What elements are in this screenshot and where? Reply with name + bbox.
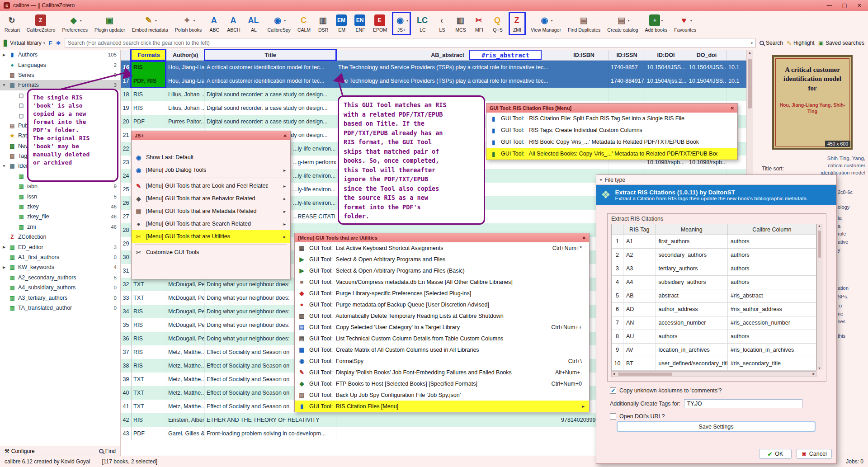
meaning-cell[interactable]: user_defined/secondary_title: [656, 357, 728, 370]
search-input[interactable]: [68, 40, 748, 46]
toolbar-zmi[interactable]: Z ZMI: [509, 12, 526, 35]
toolbar-favourites[interactable]: ♥ ▾ Favourites: [672, 12, 698, 35]
calibre-column-cell[interactable]: #ris_location_in_archives: [728, 344, 816, 357]
sidebar-item-authors[interactable]: ▶ ▮ Authors 105: [0, 50, 120, 60]
ok-button[interactable]: ✔ OK: [759, 449, 792, 459]
cell-formats[interactable]: RIS: [132, 101, 166, 115]
cell-do-doi[interactable]: 10.1504/IJSS...: [687, 61, 726, 74]
cell-formats[interactable]: RIS: [132, 345, 166, 359]
cell-title[interactable]: ETHER AND THE THEORY OF RELATIVITY: [205, 413, 336, 427]
sidebar-item-series[interactable]: ▤ Series 0: [0, 70, 120, 80]
close-icon[interactable]: ✕: [283, 133, 287, 138]
meaning-cell[interactable]: authors: [656, 330, 728, 343]
ris-tag-cell[interactable]: BT: [623, 357, 656, 370]
toolbar-add-books[interactable]: + ▾ Add books: [643, 12, 670, 35]
toolbar-calibrespy[interactable]: ◉ ▾ CalibreSpy: [266, 12, 292, 35]
dropdown-caret-icon[interactable]: ▾: [155, 19, 157, 23]
sidebar-item[interactable]: ▥ issn 5: [0, 191, 120, 201]
toolbar-mfi[interactable]: ✂ MFI: [472, 12, 487, 35]
scrollbar-thumb[interactable]: [818, 231, 821, 258]
cell-extra[interactable]: 10.1: [726, 61, 746, 74]
search-options-gear-icon[interactable]: ✱: [56, 40, 61, 47]
sidebar-item[interactable]: ▥ isbn 9: [0, 181, 120, 191]
menu-item[interactable]: ▶ GUI Tool: Select & Open Arbitrary Prog…: [295, 254, 589, 265]
cell-issn[interactable]: 1740-884917...: [609, 74, 645, 88]
dropdown-caret-icon[interactable]: ▾: [661, 19, 663, 23]
cell-author[interactable]: Metz, Matthe...: [166, 373, 205, 386]
cell-title[interactable]: Digital sound recorder: a case study on …: [205, 101, 336, 115]
cell-title[interactable]: A critical customer identification model…: [205, 74, 336, 88]
menu-item[interactable]: ▮ GUI Tool: RIS Citation File: Split Eac…: [486, 113, 737, 124]
meaning-cell[interactable]: location_in_archives: [656, 344, 728, 357]
sidebar-item-languages[interactable]: ● Languages 2: [0, 60, 120, 70]
ris-mapping-row[interactable]: 2 A2 secondary_authors authors: [612, 249, 816, 262]
menu-item[interactable]: ▥ GUI Tool: Automatically Delete Tempora…: [295, 310, 589, 321]
cell-author[interactable]: Hou, Jiang-Lia...: [166, 61, 205, 74]
toolbar-restart[interactable]: ↻ Restart: [3, 12, 22, 35]
scroll-right-icon[interactable]: ▶: [813, 372, 815, 376]
cell-formats[interactable]: RIS: [132, 88, 166, 101]
cell-doi[interactable]: 10.1504/IJSS...: [645, 61, 687, 74]
ris-mapping-row[interactable]: 9 AV location_in_archives #ris_location_…: [612, 344, 816, 357]
meaning-cell[interactable]: secondary_authors: [656, 249, 728, 262]
cell-title[interactable]: A critical customer identification model…: [205, 61, 336, 74]
cell-title[interactable]: Front-loading problem solving in co-deve…: [205, 427, 336, 440]
column-header-issn[interactable]: ID:ISSN: [609, 50, 645, 60]
cell-author[interactable]: Lilius, Johan ...: [166, 101, 205, 115]
sidebar-item[interactable]: ▶ ▥ ED_editor 3: [0, 242, 120, 252]
dropdown-caret-icon[interactable]: ▾: [690, 19, 692, 23]
ris-mapping-row[interactable]: 7 AN accession_number #ris_accession_num…: [612, 316, 816, 330]
column-header-do-doi[interactable]: DO_doi: [687, 50, 726, 60]
column-header-authors[interactable]: Author(s): [166, 50, 205, 60]
calibre-column-cell[interactable]: #ris_secondary_title: [728, 357, 816, 370]
toolbar-qs[interactable]: Q Q+S: [490, 12, 505, 35]
menu-item[interactable]: ▶ GUI Tool: Select & Open Arbitrary Prog…: [295, 265, 589, 276]
menu-item[interactable]: ✂ [Menu] GUI Tools that are Utilities ▸: [132, 230, 290, 243]
save-settings-button[interactable]: Save Settings: [617, 421, 816, 432]
toolbar-jsplus[interactable]: ◉ ▾ JS+: [392, 12, 411, 35]
sidebar-item[interactable]: Z ZCollection: [0, 232, 120, 242]
sidebar-item[interactable]: ▥ zkey_file 46: [0, 212, 120, 222]
meaning-cell[interactable]: author_address: [656, 303, 728, 316]
meaning-cell[interactable]: accession_number: [656, 316, 728, 330]
meaning-cell[interactable]: abstract: [656, 289, 728, 302]
scroll-up-icon[interactable]: ▲: [747, 50, 753, 56]
column-header-title[interactable]: Title: [205, 50, 336, 60]
cell-do-doi[interactable]: 10.1504/IJSS...: [687, 74, 726, 88]
find-button[interactable]: Find: [99, 448, 116, 454]
cell-title[interactable]: Digital sound recorder: a case study on …: [205, 115, 336, 128]
calibre-column-cell[interactable]: authors: [728, 235, 816, 248]
create-tags-input[interactable]: TY,JO: [684, 399, 802, 408]
cell-formats[interactable]: RIS: [132, 318, 166, 332]
toolbar-create-catalog[interactable]: ▤ ▾ Create catalog: [605, 12, 640, 35]
menu-item[interactable]: ▤ GUI Tool: Copy Selected 'User Category…: [295, 321, 589, 333]
scroll-up-icon[interactable]: ▲: [818, 224, 821, 227]
cell-ab-abstract[interactable]: [336, 413, 559, 427]
dropdown-caret-icon[interactable]: ▾: [406, 19, 408, 23]
cell-author[interactable]: McDougall, Pe...: [166, 318, 205, 332]
menu-item[interactable]: ▧ GUI Tool: Back Up Job Spy Configuratio…: [295, 389, 589, 401]
cancel-button[interactable]: ✖ Cancel: [797, 449, 832, 459]
ris-mapping-row[interactable]: 3 A3 tertiary_authors authors: [612, 262, 816, 276]
cell-formats[interactable]: RIS: [132, 61, 166, 74]
cell-isbn[interactable]: [559, 74, 609, 88]
calibre-column-cell[interactable]: authors: [728, 249, 816, 262]
sidebar-item[interactable]: ▥ zmi 46: [0, 222, 120, 232]
close-icon[interactable]: ✕: [582, 236, 586, 241]
toolbar-abc[interactable]: A ABC: [207, 12, 222, 35]
header-meaning[interactable]: Meaning: [656, 224, 728, 235]
cell-author[interactable]: McDougall, Pe...: [166, 332, 205, 345]
full-text-search-icon[interactable]: F: [49, 40, 52, 47]
menu-item[interactable]: ▦ [Menu] GUI Tools that are Metadata Rel…: [132, 205, 290, 217]
scroll-left-icon[interactable]: ◀: [613, 372, 615, 376]
cell-formats[interactable]: RIS: [132, 305, 166, 318]
calibre-column-cell[interactable]: #ris_author_address: [728, 303, 816, 316]
ris-tag-cell[interactable]: A2: [623, 249, 656, 262]
cell-formats[interactable]: TXT: [132, 278, 166, 291]
cell-formats[interactable]: PDF: [132, 427, 166, 440]
meaning-cell[interactable]: subsidiary_authors: [656, 276, 728, 289]
ris-mapping-row[interactable]: 6 AD author_address #ris_author_address: [612, 303, 816, 316]
cell-issn[interactable]: [609, 88, 645, 101]
table-row[interactable]: 17 PDF, RIS Hou, Jiang-Lia... A critical…: [121, 74, 746, 88]
ris-mapping-row[interactable]: 10 BT user_defined/secondary_title #ris_…: [612, 357, 816, 371]
